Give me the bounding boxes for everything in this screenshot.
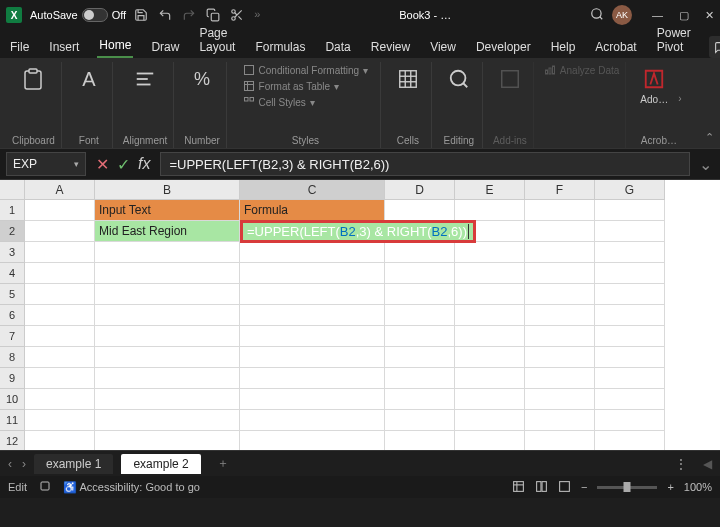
redo-icon[interactable] bbox=[182, 8, 196, 22]
search-icon[interactable] bbox=[590, 7, 604, 23]
row-7[interactable]: 7 bbox=[0, 326, 25, 347]
fx-icon[interactable]: fx bbox=[138, 155, 150, 173]
row-6[interactable]: 6 bbox=[0, 305, 25, 326]
col-a[interactable]: A bbox=[25, 180, 95, 200]
row-12[interactable]: 12 bbox=[0, 431, 25, 450]
chevron-down-icon[interactable]: ▾ bbox=[74, 159, 79, 169]
sheet-tab-example1[interactable]: example 1 bbox=[34, 454, 113, 474]
minimize-button[interactable]: — bbox=[652, 9, 663, 22]
undo-icon[interactable] bbox=[158, 8, 172, 22]
cell-a2[interactable] bbox=[25, 221, 95, 242]
user-avatar[interactable]: AK bbox=[612, 5, 632, 25]
sheet-tab-example2[interactable]: example 2 bbox=[121, 454, 200, 474]
row-8[interactable]: 8 bbox=[0, 347, 25, 368]
cell-e1[interactable] bbox=[455, 200, 525, 221]
cell-f2[interactable] bbox=[525, 221, 595, 242]
cut-icon[interactable] bbox=[230, 8, 244, 22]
number-button[interactable]: % bbox=[185, 64, 219, 94]
zoom-out-icon[interactable]: − bbox=[581, 481, 587, 493]
cell-d1[interactable] bbox=[385, 200, 455, 221]
row-4[interactable]: 4 bbox=[0, 263, 25, 284]
zoom-level[interactable]: 100% bbox=[684, 481, 712, 493]
tab-help[interactable]: Help bbox=[549, 36, 578, 58]
chevron-right-icon[interactable]: › bbox=[678, 93, 681, 104]
autosave-toggle[interactable]: AutoSave Off bbox=[30, 8, 126, 22]
analyze-data-button[interactable]: Analyze Data bbox=[544, 64, 619, 76]
name-box[interactable]: EXP▾ bbox=[6, 152, 86, 176]
format-as-table-button[interactable]: Format as Table ▾ bbox=[243, 80, 369, 92]
alignment-button[interactable] bbox=[128, 64, 162, 94]
cell-b2[interactable]: Mid East Region bbox=[95, 221, 240, 242]
col-c[interactable]: C bbox=[240, 180, 385, 200]
tab-draw[interactable]: Draw bbox=[149, 36, 181, 58]
page-break-view-icon[interactable] bbox=[558, 480, 571, 495]
collapse-ribbon-icon[interactable]: ⌃ bbox=[705, 131, 714, 144]
text-caret bbox=[468, 224, 469, 239]
row-9[interactable]: 9 bbox=[0, 368, 25, 389]
cell-g1[interactable] bbox=[595, 200, 665, 221]
expand-formula-bar-icon[interactable]: ⌄ bbox=[696, 155, 714, 174]
cell-f1[interactable] bbox=[525, 200, 595, 221]
row-2[interactable]: 2 bbox=[0, 221, 25, 242]
cell-a1[interactable] bbox=[25, 200, 95, 221]
tab-power-pivot[interactable]: Power Pivot bbox=[655, 22, 693, 58]
sheet-nav-prev-icon[interactable]: ‹ bbox=[8, 457, 12, 471]
accessibility-status[interactable]: ♿ Accessibility: Good to go bbox=[63, 481, 200, 494]
tab-review[interactable]: Review bbox=[369, 36, 412, 58]
spreadsheet-grid[interactable]: A B C D E F G 1 2 3 4 5 6 7 8 9 10 11 12… bbox=[0, 180, 720, 450]
tab-developer[interactable]: Developer bbox=[474, 36, 533, 58]
cell-styles-button[interactable]: Cell Styles ▾ bbox=[243, 96, 369, 108]
add-sheet-button[interactable]: ＋ bbox=[209, 455, 237, 472]
copy-icon[interactable] bbox=[206, 8, 220, 22]
tab-view[interactable]: View bbox=[428, 36, 458, 58]
zoom-slider[interactable] bbox=[597, 486, 657, 489]
row-1[interactable]: 1 bbox=[0, 200, 25, 221]
row-11[interactable]: 11 bbox=[0, 410, 25, 431]
cells-button[interactable] bbox=[391, 64, 425, 94]
row-10[interactable]: 10 bbox=[0, 389, 25, 410]
sheet-nav-next-icon[interactable]: › bbox=[22, 457, 26, 471]
in-cell-editor[interactable]: =UPPER(LEFT(B2,3) & RIGHT(B2,6)) bbox=[240, 220, 476, 243]
row-5[interactable]: 5 bbox=[0, 284, 25, 305]
adobe-button[interactable]: Ado… bbox=[636, 64, 672, 107]
addins-button[interactable] bbox=[493, 64, 527, 94]
col-g[interactable]: G bbox=[595, 180, 665, 200]
col-b[interactable]: B bbox=[95, 180, 240, 200]
col-f[interactable]: F bbox=[525, 180, 595, 200]
row-3[interactable]: 3 bbox=[0, 242, 25, 263]
tab-home[interactable]: Home bbox=[97, 34, 133, 58]
row-headers: 1 2 3 4 5 6 7 8 9 10 11 12 bbox=[0, 200, 25, 450]
enter-icon[interactable]: ✓ bbox=[117, 155, 130, 174]
font-button[interactable]: A bbox=[72, 64, 106, 94]
cell-b1[interactable]: Input Text bbox=[95, 200, 240, 221]
comments-button[interactable] bbox=[709, 36, 720, 58]
tab-insert[interactable]: Insert bbox=[47, 36, 81, 58]
qat-more-icon[interactable]: » bbox=[254, 8, 260, 22]
col-d[interactable]: D bbox=[385, 180, 455, 200]
acrobat-label: Acrob… bbox=[641, 133, 677, 146]
save-icon[interactable] bbox=[134, 8, 148, 22]
tab-page-layout[interactable]: Page Layout bbox=[197, 22, 237, 58]
tab-file[interactable]: File bbox=[8, 36, 31, 58]
cell-g2[interactable] bbox=[595, 221, 665, 242]
document-title[interactable]: Book3 - … bbox=[399, 9, 451, 21]
normal-view-icon[interactable] bbox=[512, 480, 525, 495]
page-layout-view-icon[interactable] bbox=[535, 480, 548, 495]
scroll-left-icon[interactable]: ◀ bbox=[703, 457, 712, 471]
close-button[interactable]: ✕ bbox=[705, 9, 714, 22]
zoom-in-icon[interactable]: + bbox=[667, 481, 673, 493]
formula-input[interactable]: =UPPER(LEFT(B2,3) & RIGHT(B2,6)) bbox=[160, 152, 690, 176]
col-e[interactable]: E bbox=[455, 180, 525, 200]
maximize-button[interactable]: ▢ bbox=[679, 9, 689, 22]
tab-data[interactable]: Data bbox=[323, 36, 352, 58]
editing-button[interactable] bbox=[442, 64, 476, 94]
paste-button[interactable] bbox=[16, 64, 50, 94]
tab-acrobat[interactable]: Acrobat bbox=[593, 36, 638, 58]
select-all-corner[interactable] bbox=[0, 180, 25, 200]
cancel-icon[interactable]: ✕ bbox=[96, 155, 109, 174]
conditional-formatting-button[interactable]: Conditional Formatting ▾ bbox=[243, 64, 369, 76]
cell-c1[interactable]: Formula bbox=[240, 200, 385, 221]
sheet-more-icon[interactable]: ⋮ bbox=[675, 457, 687, 471]
macro-record-icon[interactable] bbox=[39, 480, 51, 494]
tab-formulas[interactable]: Formulas bbox=[253, 36, 307, 58]
